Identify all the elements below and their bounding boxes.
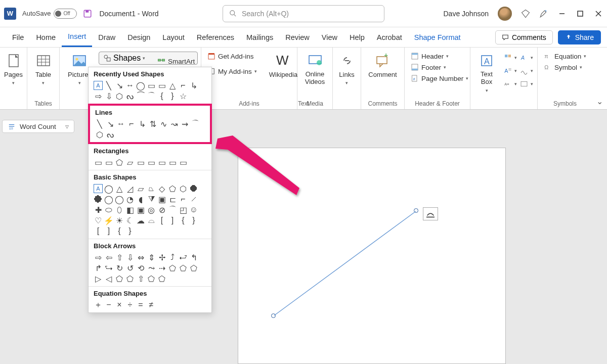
rect-9[interactable]: ▭ [179, 158, 188, 167]
page-number-button[interactable]: # Page Number▾ [408, 73, 471, 84]
rect-6[interactable]: ▭ [147, 158, 156, 167]
bs-br6[interactable]: ] [104, 226, 113, 236]
ba-c7[interactable]: ⬠ [179, 263, 188, 272]
bs-can[interactable]: ⬯ [115, 205, 124, 214]
ba-r2[interactable]: ↱ [94, 263, 103, 272]
ba-c11[interactable]: ⬠ [115, 274, 124, 283]
line-straight[interactable]: ╲ [95, 119, 104, 128]
get-addins-button[interactable]: Get Add-ins [204, 51, 260, 62]
tab-mailings[interactable]: Mailings [240, 27, 279, 47]
bs-ddec[interactable]: ◯ [115, 195, 124, 204]
line-curve-conn[interactable]: ∿ [159, 119, 168, 128]
bs-oct[interactable]: ⯄ [94, 195, 103, 204]
tab-design[interactable]: Design [121, 27, 156, 47]
bs-hept[interactable]: ⯃ [189, 184, 198, 193]
tab-home[interactable]: Home [30, 27, 62, 47]
line-elbow-arrow[interactable]: ↳ [138, 119, 147, 128]
signature-button[interactable]: ▾ [519, 66, 534, 76]
ba-d2[interactable]: ⬠ [147, 274, 156, 283]
bs-rtri[interactable]: ◿ [125, 184, 135, 193]
tab-references[interactable]: References [191, 27, 240, 47]
shape-flow[interactable]: ⬡ [115, 92, 124, 101]
bs-donut[interactable]: ◎ [147, 205, 156, 214]
pen-icon[interactable] [539, 9, 548, 18]
tab-acrobat[interactable]: Acrobat [371, 27, 408, 47]
eq-neq[interactable]: ≠ [147, 300, 156, 309]
header-button[interactable]: Header▾ [408, 51, 452, 62]
text-box-button[interactable]: A Text Box▾ [473, 51, 500, 95]
rect-4[interactable]: ▱ [125, 158, 135, 167]
ba-c10[interactable]: ◁ [104, 274, 113, 283]
bs-trap[interactable]: ⏢ [147, 184, 156, 193]
bs-dec[interactable]: ◯ [104, 195, 113, 204]
shape-scribble[interactable]: ᔓ [125, 92, 135, 101]
line-elbow-double[interactable]: ⇅ [148, 119, 157, 128]
bs-br3[interactable]: { [179, 216, 188, 225]
ba-d[interactable]: ⇩ [125, 253, 135, 262]
ba-c3[interactable]: ⟲ [136, 263, 145, 272]
rect-7[interactable]: ▭ [157, 158, 166, 167]
tab-insert[interactable]: Insert [62, 27, 92, 47]
bs-br4[interactable]: } [189, 216, 198, 225]
pages-button[interactable]: Pages ▾ [0, 51, 28, 87]
tab-help[interactable]: Help [343, 27, 371, 47]
close-button[interactable] [594, 9, 603, 18]
bs-br2[interactable]: ] [168, 216, 177, 225]
bs-plaque[interactable]: ⬭ [104, 205, 113, 214]
shape-brace-l[interactable]: { [157, 92, 166, 101]
comment-button[interactable]: + Comment [363, 51, 402, 80]
bs-frame[interactable]: ▣ [157, 195, 166, 204]
tab-file[interactable]: File [6, 27, 30, 47]
smartart-button[interactable]: SmartArt [154, 56, 198, 67]
line-curve-double[interactable]: ⇝ [180, 119, 189, 128]
autosave-toggle[interactable]: Off [54, 9, 77, 19]
ba-c5[interactable]: ⇢ [157, 263, 166, 272]
shape-block-arrow[interactable]: ⇨ [94, 92, 103, 101]
rect-8[interactable]: ▭ [168, 158, 177, 167]
bs-moon[interactable]: ☾ [125, 216, 135, 225]
comments-button[interactable]: Comments [495, 30, 553, 44]
ba-u[interactable]: ⇧ [115, 253, 124, 262]
shape-triangle[interactable]: △ [168, 81, 177, 90]
online-videos-button[interactable]: Online Videos [300, 51, 330, 88]
bs-textbox[interactable]: A [94, 184, 103, 193]
tab-shape-format[interactable]: Shape Format [408, 27, 467, 47]
eq-minus[interactable]: − [104, 300, 113, 309]
equation-button[interactable]: π Equation▾ [541, 51, 589, 62]
object-button[interactable]: ▾ [519, 79, 534, 89]
ba-d1[interactable]: ⇧ [136, 274, 145, 283]
bs-arc3[interactable]: ⌒ [168, 205, 177, 214]
user-name[interactable]: Dave Johnson [443, 10, 489, 18]
tab-view[interactable]: View [316, 27, 343, 47]
symbol-button[interactable]: Ω Symbol▾ [541, 62, 585, 73]
bs-cube[interactable]: ◧ [125, 205, 135, 214]
maximize-button[interactable] [576, 9, 585, 18]
datetime-button[interactable]: A≡▾ [503, 79, 518, 89]
shape-rounded-rect[interactable]: ▭ [147, 81, 156, 90]
footer-button[interactable]: Footer▾ [408, 62, 449, 73]
shape-curve[interactable]: ⁀ [136, 92, 145, 101]
bs-pie[interactable]: ◔ [125, 195, 135, 204]
bs-bolt[interactable]: ⚡ [104, 216, 113, 225]
bs-tri[interactable]: △ [115, 184, 124, 193]
shape-down-arrow[interactable]: ⇩ [104, 92, 113, 101]
ba-c6[interactable]: ⬠ [168, 263, 177, 272]
bs-smile[interactable]: ☺ [189, 205, 198, 214]
ba-d3[interactable]: ⬠ [157, 274, 166, 283]
bs-sun[interactable]: ☀ [115, 216, 124, 225]
tab-review[interactable]: Review [279, 27, 316, 47]
ba-l[interactable]: ⇦ [104, 253, 113, 262]
diamond-icon[interactable] [521, 9, 530, 18]
line-arrow[interactable]: ↘ [106, 119, 115, 128]
shape-double-arrow-line[interactable]: ↔ [125, 81, 135, 90]
ba-u2[interactable]: ⮐ [179, 253, 188, 262]
rect-3[interactable]: ⬠ [115, 158, 124, 167]
bs-fold[interactable]: ◰ [179, 205, 188, 214]
ba-bent[interactable]: ⤴ [168, 253, 177, 262]
bs-no[interactable]: ⊘ [157, 205, 166, 214]
bs-br5[interactable]: [ [94, 226, 103, 236]
eq-eq[interactable]: = [136, 300, 145, 309]
line-double-arrow[interactable]: ↔ [116, 119, 125, 128]
save-icon[interactable] [83, 9, 92, 18]
ba-lr[interactable]: ⇔ [136, 253, 145, 262]
